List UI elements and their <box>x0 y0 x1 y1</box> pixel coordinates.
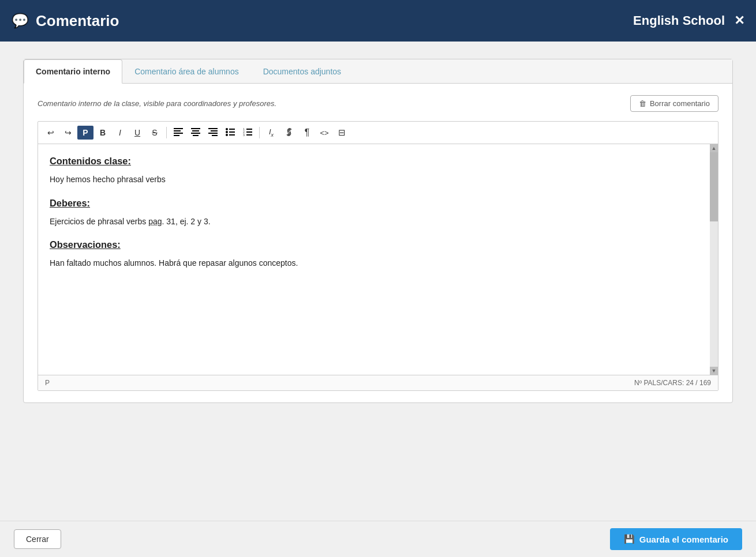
format-clear-button[interactable]: Ix <box>263 125 279 140</box>
modal-title: Comentario <box>36 12 119 30</box>
svg-point-14 <box>226 131 228 133</box>
scroll-track <box>710 152 718 367</box>
tab-interno[interactable]: Comentario interno <box>24 59 122 84</box>
description-text: Comentario interno de la clase, visible … <box>38 99 276 108</box>
svg-rect-2 <box>174 133 183 134</box>
description-row: Comentario interno de la clase, visible … <box>38 95 718 112</box>
list-unordered-button[interactable] <box>222 126 238 140</box>
code-button[interactable]: <> <box>316 126 332 140</box>
top-bar-left: 💬 Comentario <box>12 12 119 30</box>
svg-rect-8 <box>208 128 218 129</box>
align-center-button[interactable] <box>188 126 204 140</box>
delete-comment-button[interactable]: 🗑 Borrar comentario <box>630 95 718 112</box>
svg-rect-9 <box>211 130 218 131</box>
align-right-button[interactable] <box>205 126 221 140</box>
save-button[interactable]: 💾 Guarda el comentario <box>610 528 742 550</box>
svg-rect-19 <box>246 129 252 130</box>
list-ordered-button[interactable]: 1.2.3. <box>239 126 256 140</box>
section2-heading: Deberes: <box>50 195 698 210</box>
svg-rect-10 <box>208 133 218 134</box>
svg-rect-6 <box>191 133 200 134</box>
main-content: Comentario interno Comentario área de al… <box>0 42 756 522</box>
bold-button[interactable]: B <box>95 126 111 140</box>
svg-rect-7 <box>193 135 199 136</box>
svg-rect-0 <box>174 128 183 129</box>
tab-bar: Comentario interno Comentario área de al… <box>24 59 732 84</box>
svg-point-12 <box>226 128 228 130</box>
paragraph-button[interactable]: P <box>77 126 93 140</box>
section1-text: Hoy hemos hecho phrasal verbs <box>50 173 698 186</box>
svg-text:3.: 3. <box>243 133 245 136</box>
close-button[interactable]: ✕ <box>734 13 744 28</box>
section2-text: Ejercicios de phrasal verbs pag. 31, ej.… <box>50 215 698 228</box>
svg-rect-4 <box>191 128 200 129</box>
link-button[interactable] <box>280 126 298 140</box>
tab-alumnos[interactable]: Comentario área de alumnos <box>122 59 251 84</box>
editor-content[interactable]: Contenidos clase: Hoy hemos hecho phrasa… <box>38 144 710 375</box>
toolbar-sep-1 <box>166 127 167 138</box>
svg-rect-1 <box>174 130 181 131</box>
bottom-bar: Cerrar 💾 Guarda el comentario <box>0 521 756 557</box>
svg-rect-17 <box>229 134 235 136</box>
scroll-down-arrow[interactable]: ▼ <box>710 367 718 375</box>
strikethrough-button[interactable]: S <box>147 126 163 140</box>
school-name: English School <box>633 13 725 28</box>
top-bar: 💬 Comentario English School ✕ <box>0 0 756 42</box>
editor-content-area: Contenidos clase: Hoy hemos hecho phrasa… <box>38 144 710 375</box>
top-bar-right: English School ✕ <box>633 13 744 28</box>
svg-rect-13 <box>229 129 235 130</box>
svg-rect-21 <box>246 131 252 133</box>
scroll-thumb[interactable] <box>710 152 718 221</box>
redo-button[interactable]: ↪ <box>60 126 76 140</box>
underline-button[interactable]: U <box>129 126 145 140</box>
svg-rect-11 <box>212 135 218 136</box>
undo-button[interactable]: ↩ <box>43 126 59 140</box>
editor-inner: Contenidos clase: Hoy hemos hecho phrasa… <box>38 144 718 375</box>
paragraph-mark-button[interactable]: ¶ <box>299 125 315 140</box>
svg-rect-15 <box>229 131 235 133</box>
section3-heading: Observaciones: <box>50 237 698 252</box>
print-button[interactable]: ⊟ <box>334 125 350 140</box>
toolbar: ↩ ↪ P B I U S <box>38 122 718 144</box>
italic-button[interactable]: I <box>112 126 128 140</box>
card-body: Comentario interno de la clase, visible … <box>24 84 732 402</box>
editor-footer: P Nº PALS/CARS: 24 / 169 <box>38 375 718 390</box>
trash-icon: 🗑 <box>639 99 646 108</box>
comment-card: Comentario interno Comentario área de al… <box>23 59 733 403</box>
align-left-button[interactable] <box>170 126 186 140</box>
editor-wrapper: ↩ ↪ P B I U S <box>38 121 718 391</box>
svg-point-16 <box>226 134 228 136</box>
svg-rect-3 <box>174 135 179 136</box>
word-count: Nº PALS/CARS: 24 / 169 <box>634 379 711 387</box>
section1-heading: Contenidos clase: <box>50 153 698 168</box>
editor-scrollbar[interactable]: ▲ ▼ <box>710 144 718 375</box>
scroll-up-arrow[interactable]: ▲ <box>710 144 718 152</box>
comment-icon: 💬 <box>12 13 29 29</box>
editor-tag: P <box>45 379 50 387</box>
close-button-bottom[interactable]: Cerrar <box>14 529 61 549</box>
svg-rect-23 <box>246 134 252 136</box>
save-icon: 💾 <box>624 534 635 544</box>
section3-text: Han faltado muchos alumnos. Habrá que re… <box>50 257 698 269</box>
svg-rect-24 <box>287 131 291 133</box>
toolbar-sep-2 <box>259 127 260 138</box>
svg-rect-5 <box>192 130 199 131</box>
tab-adjuntos[interactable]: Documentos adjuntos <box>251 59 353 84</box>
